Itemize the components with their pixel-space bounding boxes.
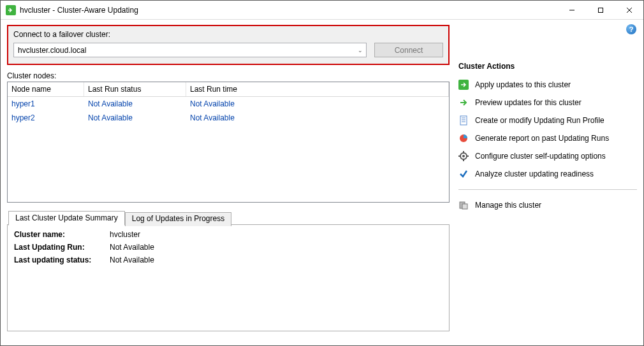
gear-icon xyxy=(458,151,469,161)
table-row[interactable]: hyper1 Not Available Not Available xyxy=(8,97,449,111)
tab-log[interactable]: Log of Updates in Progress xyxy=(125,212,231,226)
action-generate-report[interactable]: Generate report on past Updating Runs xyxy=(458,129,637,147)
summary-lastrun-val: Not Available xyxy=(110,243,154,252)
table-row[interactable]: hyper2 Not Available Not Available xyxy=(8,111,449,125)
actions-panel: Cluster Actions Apply updates to this cl… xyxy=(458,25,637,339)
arrow-right-icon xyxy=(458,97,469,108)
actions-heading: Cluster Actions xyxy=(458,62,637,71)
col-node-name[interactable]: Node name xyxy=(8,82,84,96)
node-name: hyper1 xyxy=(8,99,84,108)
action-preview-updates[interactable]: Preview updates for this cluster xyxy=(458,94,637,112)
svg-rect-15 xyxy=(462,204,467,209)
app-icon xyxy=(6,5,16,15)
node-time: Not Available xyxy=(186,99,449,108)
action-label: Analyze cluster updating readiness xyxy=(475,169,594,178)
close-button[interactable] xyxy=(615,1,643,19)
divider xyxy=(458,189,637,190)
summary-status-key: Last updating status: xyxy=(14,256,110,264)
action-label: Create or modify Updating Run Profile xyxy=(475,116,604,125)
connect-button[interactable]: Connect xyxy=(374,43,443,57)
connect-label: Connect to a failover cluster: xyxy=(13,30,443,39)
document-icon xyxy=(458,115,469,126)
checkmark-icon xyxy=(458,169,469,179)
col-time[interactable]: Last Run time xyxy=(186,82,449,96)
svg-rect-3 xyxy=(460,116,467,125)
summary-lastrun-key: Last Updating Run: xyxy=(14,243,110,252)
action-run-profile[interactable]: Create or modify Updating Run Profile xyxy=(458,112,637,129)
node-status: Not Available xyxy=(84,113,186,122)
tab-strip: Last Cluster Update Summary Log of Updat… xyxy=(8,211,450,225)
summary-cluster-key: Cluster name: xyxy=(14,230,110,239)
arrow-right-green-icon xyxy=(458,80,469,90)
node-status: Not Available xyxy=(84,99,186,108)
help-icon[interactable]: ? xyxy=(626,24,636,34)
action-configure-self-updating[interactable]: Configure cluster self-updating options xyxy=(458,147,637,165)
table-header: Node name Last Run status Last Run time xyxy=(8,82,449,97)
action-label: Configure cluster self-updating options xyxy=(475,152,606,161)
connect-panel: Connect to a failover cluster: ⌄ Connect xyxy=(7,25,450,65)
action-label: Apply updates to this cluster xyxy=(475,80,571,89)
action-apply-updates[interactable]: Apply updates to this cluster xyxy=(458,76,637,94)
action-label: Manage this cluster xyxy=(475,201,541,210)
titlebar: hvcluster - Cluster-Aware Updating xyxy=(1,1,643,20)
summary-status-val: Not Available xyxy=(110,256,154,264)
nodes-table: Node name Last Run status Last Run time … xyxy=(7,82,450,203)
pie-chart-icon xyxy=(458,133,469,143)
action-analyze-readiness[interactable]: Analyze cluster updating readiness xyxy=(458,165,637,183)
action-label: Preview updates for this cluster xyxy=(475,98,582,107)
node-time: Not Available xyxy=(186,113,449,122)
action-label: Generate report on past Updating Runs xyxy=(475,134,609,143)
tab-summary[interactable]: Last Cluster Update Summary xyxy=(8,211,125,226)
server-icon xyxy=(458,200,469,210)
window-title: hvcluster - Cluster-Aware Updating xyxy=(20,6,557,15)
node-name: hyper2 xyxy=(8,113,84,122)
col-status[interactable]: Last Run status xyxy=(84,82,186,96)
cluster-input[interactable] xyxy=(13,43,367,57)
nodes-label: Cluster nodes: xyxy=(7,71,450,80)
tab-body: Cluster name: hvcluster Last Updating Ru… xyxy=(7,224,450,331)
maximize-button[interactable] xyxy=(586,1,615,19)
minimize-button[interactable] xyxy=(557,1,586,19)
svg-point-9 xyxy=(462,155,465,157)
summary-cluster-val: hvcluster xyxy=(110,230,140,239)
svg-rect-1 xyxy=(598,8,603,12)
window-controls xyxy=(557,1,643,19)
action-manage-cluster[interactable]: Manage this cluster xyxy=(458,196,637,214)
